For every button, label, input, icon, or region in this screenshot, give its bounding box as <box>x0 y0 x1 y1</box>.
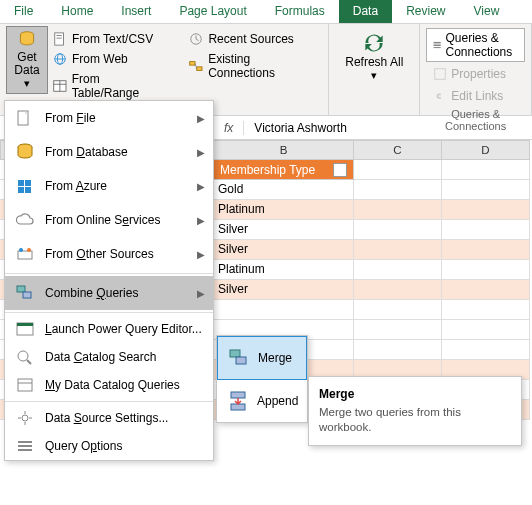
svg-rect-34 <box>18 379 32 391</box>
settings-icon <box>15 409 35 427</box>
link-icon <box>433 89 447 103</box>
from-table-range[interactable]: From Table/Range <box>48 70 172 102</box>
refresh-all-button[interactable]: Refresh All ▾ <box>335 26 413 85</box>
cell-membership[interactable]: Silver <box>214 280 354 300</box>
svg-rect-17 <box>435 69 446 80</box>
globe-icon <box>52 52 68 66</box>
filter-dropdown-icon[interactable]: ▾ <box>333 163 347 177</box>
tab-home[interactable]: Home <box>47 0 107 23</box>
svg-rect-39 <box>18 449 32 451</box>
svg-point-27 <box>27 248 31 252</box>
chevron-right-icon: ▶ <box>197 181 205 192</box>
database-icon <box>15 143 35 161</box>
cell-membership[interactable] <box>214 300 354 320</box>
svg-rect-41 <box>236 357 246 364</box>
svg-rect-21 <box>18 180 24 186</box>
menu-query-options[interactable]: Query Options <box>5 432 213 460</box>
chevron-right-icon: ▶ <box>197 288 205 299</box>
existing-connections[interactable]: Existing Connections <box>184 50 322 82</box>
table-header-membership[interactable]: Membership Type ▾ <box>214 160 354 180</box>
svg-rect-11 <box>190 62 195 66</box>
svg-line-33 <box>27 360 31 364</box>
cell-membership[interactable]: Platinum <box>214 200 354 220</box>
submenu-append[interactable]: Append <box>217 380 307 422</box>
cloud-icon <box>15 211 35 229</box>
svg-rect-15 <box>434 44 441 46</box>
cell-membership[interactable]: Silver <box>214 240 354 260</box>
azure-icon <box>15 177 35 195</box>
menu-from-online-services[interactable]: From Online Services▶ <box>5 203 213 237</box>
queries-connections-button[interactable]: Queries & Connections <box>426 28 525 62</box>
ribbon-tabs: File Home Insert Page Layout Formulas Da… <box>0 0 532 24</box>
recent-icon <box>188 32 204 46</box>
cell-membership[interactable]: Silver <box>214 220 354 240</box>
svg-rect-1 <box>55 33 64 45</box>
tooltip-merge: Merge Merge two queries from this workbo… <box>308 376 522 446</box>
chevron-right-icon: ▶ <box>197 249 205 260</box>
menu-data-source-settings[interactable]: Data Source Settings... <box>5 404 213 432</box>
svg-rect-24 <box>25 187 31 193</box>
svg-point-36 <box>22 415 28 421</box>
menu-data-catalog-search[interactable]: Data Catalog Search <box>5 343 213 371</box>
col-header-d[interactable]: D <box>442 140 530 160</box>
svg-rect-38 <box>18 445 32 447</box>
combine-icon <box>15 284 35 302</box>
get-data-button[interactable]: Get Data ▾ <box>6 26 48 94</box>
chevron-right-icon: ▶ <box>197 147 205 158</box>
fx-label[interactable]: fx <box>214 121 244 135</box>
database-icon <box>15 31 39 49</box>
svg-rect-22 <box>25 180 31 186</box>
tab-view[interactable]: View <box>460 0 514 23</box>
from-text-csv[interactable]: From Text/CSV <box>48 30 172 48</box>
list-icon <box>433 38 441 52</box>
tab-formulas[interactable]: Formulas <box>261 0 339 23</box>
tooltip-body: Merge two queries from this workbook. <box>319 405 511 435</box>
tab-file[interactable]: File <box>0 0 47 23</box>
submenu-merge[interactable]: Merge <box>217 336 307 380</box>
cell-membership[interactable]: Gold <box>214 180 354 200</box>
connection-icon <box>188 59 204 73</box>
tab-review[interactable]: Review <box>392 0 459 23</box>
svg-point-26 <box>19 248 23 252</box>
tab-data[interactable]: Data <box>339 0 392 23</box>
svg-rect-16 <box>434 47 441 48</box>
editor-icon <box>15 320 35 338</box>
menu-launch-pq-editor[interactable]: Launch Power Query Editor... <box>5 315 213 343</box>
svg-rect-37 <box>18 441 32 443</box>
edit-links-button: Edit Links <box>426 86 525 106</box>
properties-icon <box>433 67 447 81</box>
options-icon <box>15 437 35 455</box>
tooltip-title: Merge <box>319 387 511 401</box>
col-header-b[interactable]: B <box>214 140 354 160</box>
col-header-c[interactable]: C <box>354 140 442 160</box>
tab-page-layout[interactable]: Page Layout <box>165 0 260 23</box>
combine-queries-submenu: Merge Append <box>216 335 308 423</box>
cell-membership[interactable]: Platinum <box>214 260 354 280</box>
file-icon <box>15 109 35 127</box>
recent-sources[interactable]: Recent Sources <box>184 30 322 48</box>
svg-rect-12 <box>197 67 202 71</box>
svg-point-32 <box>18 351 28 361</box>
menu-from-other-sources[interactable]: From Other Sources▶ <box>5 237 213 271</box>
catalog-icon <box>15 376 35 394</box>
tab-insert[interactable]: Insert <box>107 0 165 23</box>
from-web[interactable]: From Web <box>48 50 172 68</box>
merge-icon <box>228 347 250 369</box>
svg-rect-14 <box>434 42 441 44</box>
chevron-right-icon: ▶ <box>197 215 205 226</box>
menu-from-file[interactable]: From File▶ <box>5 101 213 135</box>
menu-combine-queries[interactable]: Combine Queries▶ <box>5 276 213 310</box>
refresh-icon <box>361 30 387 56</box>
get-data-menu: From File▶ From Database▶ From Azure▶ Fr… <box>4 100 214 461</box>
menu-from-azure[interactable]: From Azure▶ <box>5 169 213 203</box>
formula-value[interactable]: Victoria Ashworth <box>244 121 532 135</box>
chevron-right-icon: ▶ <box>197 113 205 124</box>
svg-rect-29 <box>23 292 31 298</box>
menu-my-data-catalog[interactable]: My Data Catalog Queries <box>5 371 213 399</box>
svg-rect-28 <box>17 286 25 292</box>
append-icon <box>227 390 249 412</box>
svg-rect-23 <box>18 187 24 193</box>
svg-rect-42 <box>231 392 245 398</box>
menu-from-database[interactable]: From Database▶ <box>5 135 213 169</box>
svg-rect-31 <box>17 323 33 326</box>
